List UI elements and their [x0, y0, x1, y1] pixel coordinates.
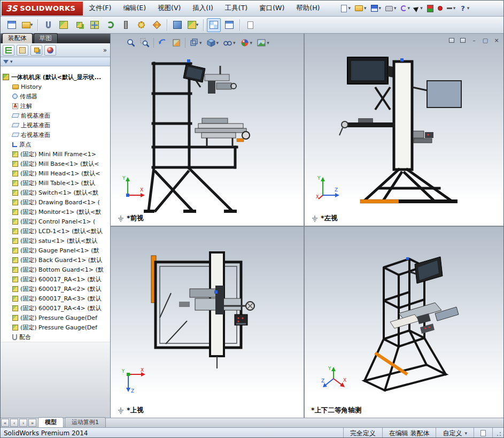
panel-overflow-button[interactable]: »	[103, 47, 108, 54]
tree-item-component[interactable]: (固定) Back Guard<1> (默认	[1, 255, 110, 265]
zoom-fit-button[interactable]	[125, 37, 137, 49]
tab-motion-study[interactable]: 运动算例1	[65, 417, 106, 427]
smart-fasteners-button[interactable]	[119, 18, 133, 32]
tree-item-component[interactable]: (固定) Switch<1> (默认<默	[1, 188, 110, 197]
tab-assembly[interactable]: 装配体	[2, 33, 33, 43]
menu-insert[interactable]: 插入(I)	[187, 1, 219, 16]
resize-grip[interactable]	[494, 429, 502, 437]
move-component-button[interactable]	[88, 18, 102, 32]
single-view-viewport-button[interactable]	[222, 18, 236, 32]
tree-item-component[interactable]: (固定) Drawing Board<1> (	[1, 197, 110, 207]
display-style-button[interactable]: ▾	[186, 18, 200, 32]
filter-dropdown-icon[interactable]: ▾	[10, 59, 13, 64]
linear-pattern-button[interactable]	[72, 18, 86, 32]
document-properties-button[interactable]	[243, 18, 257, 32]
next-tab-button[interactable]: ›	[19, 419, 27, 427]
rebuild-button[interactable]	[425, 3, 435, 14]
first-tab-button[interactable]: «	[1, 419, 9, 427]
dropdown-icon[interactable]: ▾	[250, 41, 253, 45]
previous-view-button[interactable]	[156, 37, 169, 49]
viewport-top[interactable]: X Z Y *上视	[111, 227, 304, 418]
viewport-splitter-horizontal[interactable]	[111, 226, 504, 227]
tree-item-sensors[interactable]: 传感器	[1, 91, 110, 101]
tree-item-component[interactable]: (固定) Mill Head<1> (默认<	[1, 168, 110, 178]
dropdown-icon[interactable]: ▾	[348, 6, 351, 11]
tree-item-component[interactable]: (固定) satu<1> (默认<默认	[1, 236, 110, 245]
tree-item-component[interactable]: (固定) LCD-1<1> (默认<默认	[1, 226, 110, 236]
rotate-component-button[interactable]	[103, 18, 117, 32]
tree-item-component[interactable]: (固定) Mill Base<1> (默认<	[1, 159, 110, 168]
hide-show-items-button[interactable]: ▾	[221, 37, 237, 49]
edit-appearance-button[interactable]: ▾	[238, 37, 254, 49]
zoom-area-button[interactable]	[138, 37, 151, 49]
dropdown-icon[interactable]: ▾	[267, 41, 269, 45]
insert-component-button[interactable]: ▾	[20, 18, 34, 32]
dropdown-icon[interactable]: ▾	[464, 431, 467, 436]
next-document-button[interactable]	[458, 36, 468, 44]
tree-item-top-plane[interactable]: 上视基准面	[1, 120, 110, 130]
tree-item-right-plane[interactable]: 右视基准面	[1, 130, 110, 140]
menu-edit[interactable]: 编辑(E)	[117, 1, 152, 16]
mate-button[interactable]	[41, 18, 55, 32]
dropdown-icon[interactable]: ▾	[453, 6, 456, 11]
viewport-left[interactable]: Y Z X *左视	[305, 34, 504, 226]
configuration-manager-tab[interactable]	[30, 45, 42, 56]
previous-tab-button[interactable]: ‹	[10, 419, 18, 427]
record-macro-button[interactable]	[436, 4, 444, 12]
dropdown-icon[interactable]: ▾	[364, 6, 367, 11]
last-tab-button[interactable]: »	[28, 419, 36, 427]
dropdown-icon[interactable]: ▾	[30, 22, 33, 27]
tree-item-component[interactable]: (固定) Mini Mill Frame<1>	[1, 149, 110, 159]
tree-item-component[interactable]: (固定) Gauge Panel<1> (默	[1, 245, 110, 255]
apply-scene-button[interactable]: ▾	[255, 37, 271, 49]
dropdown-icon[interactable]: ▾	[379, 6, 382, 11]
dropdown-icon[interactable]: ▾	[420, 6, 423, 11]
property-manager-tab[interactable]	[17, 45, 28, 56]
dropdown-icon[interactable]: ▾	[199, 41, 202, 45]
help-button[interactable]: ?▾	[458, 3, 471, 14]
undo-button[interactable]: ▾	[399, 4, 412, 13]
tree-item-component[interactable]: (固定) 600017_RA<4> (默认	[1, 303, 110, 313]
dropdown-icon[interactable]: ▾	[233, 41, 236, 45]
tree-item-component[interactable]: (固定) Monitor<1> (默认<默	[1, 207, 110, 217]
save-button[interactable]: ▾	[369, 3, 383, 13]
tree-root-assembly[interactable]: 一体机机床 (默认<默认_显示状...	[1, 72, 110, 82]
minimize-document-button[interactable]: –	[469, 36, 479, 44]
exploded-view-button[interactable]	[150, 18, 164, 32]
menu-view[interactable]: 视图(V)	[152, 1, 187, 16]
tree-item-component[interactable]: (固定) 600017_RA<3> (默认	[1, 294, 110, 303]
display-style-button[interactable]: ▾	[205, 37, 221, 49]
assembly-features-button[interactable]	[134, 18, 148, 32]
viewport-isometric[interactable]: Y X Z *上下二等角轴测	[305, 227, 504, 418]
view-orientation-button[interactable]: ▾	[188, 37, 204, 49]
edit-component-button[interactable]	[5, 18, 19, 32]
new-document-button[interactable]: ▾	[339, 3, 352, 14]
tree-item-component[interactable]: (固定) Bottom Guard<1> (默	[1, 265, 110, 274]
tree-item-component[interactable]: (固定) 600017_RA<2> (默认	[1, 284, 110, 294]
four-view-viewport-button[interactable]	[207, 18, 221, 32]
viewport-front[interactable]: Y X *前视	[111, 34, 304, 226]
previous-document-button[interactable]	[447, 36, 456, 44]
dropdown-icon[interactable]: ▾	[196, 22, 199, 27]
open-document-button[interactable]: ▾	[353, 4, 368, 13]
select-button[interactable]: ▾	[413, 4, 424, 13]
tab-model[interactable]: 模型	[38, 417, 64, 427]
tree-item-component[interactable]: (固定) Mill Table<1> (默认	[1, 178, 110, 188]
status-custom[interactable]: 自定义▾	[436, 428, 474, 438]
tree-item-component[interactable]: (固定) Pressure Gauge(Def	[1, 313, 110, 322]
dropdown-icon[interactable]: ▾	[467, 6, 470, 11]
dropdown-icon[interactable]: ▾	[216, 41, 219, 45]
tree-item-component[interactable]: (固定) 600017_RA<1> (默认	[1, 274, 110, 284]
component-pattern-button[interactable]	[57, 18, 71, 32]
menu-tools[interactable]: 工具(T)	[219, 1, 253, 16]
dropdown-icon[interactable]: ▾	[394, 6, 397, 11]
interference-detection-button[interactable]	[170, 18, 184, 32]
menu-help[interactable]: 帮助(H)	[290, 1, 325, 16]
display-manager-tab[interactable]	[44, 45, 56, 56]
tree-item-mates[interactable]: 配合	[1, 332, 110, 342]
options-button[interactable]: ▾	[445, 4, 458, 12]
dropdown-icon[interactable]: ▾	[408, 6, 410, 11]
print-button[interactable]: ▾	[384, 4, 398, 13]
tree-item-component[interactable]: (固定) Control Panel<1> (	[1, 217, 110, 226]
close-document-button[interactable]: ×	[492, 36, 501, 44]
